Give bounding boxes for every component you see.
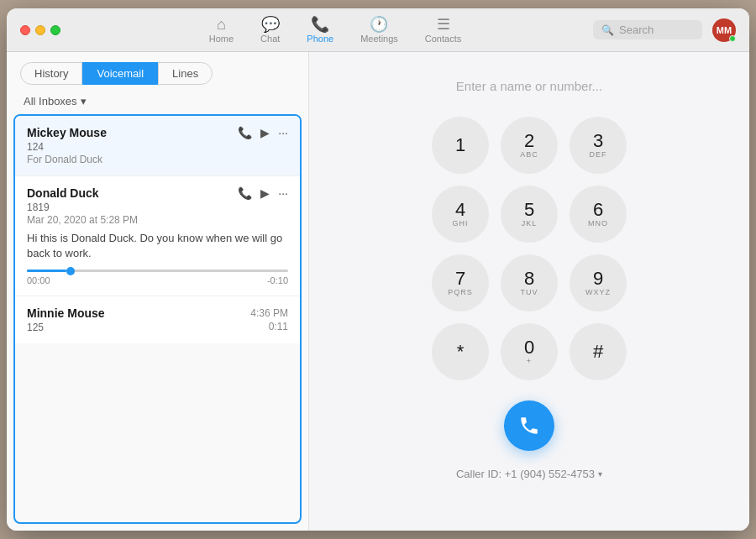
dialer-input-label[interactable]: Enter a name or number...	[456, 79, 602, 93]
dial-num-1: 1	[455, 136, 465, 154]
nav-label-contacts: Contacts	[425, 34, 461, 44]
dial-btn-*[interactable]: *	[432, 323, 489, 380]
more-icon-2[interactable]: ···	[278, 186, 288, 200]
dial-sub-2: ABC	[520, 151, 538, 159]
dial-sub-8: TUV	[521, 289, 538, 296]
chevron-down-icon: ▾	[81, 95, 87, 107]
vm-for-1: For Donald Duck	[27, 154, 288, 165]
dial-btn-9[interactable]: 9WXYZ	[570, 254, 627, 311]
vm-number-1: 124	[27, 141, 288, 153]
nav-item-chat[interactable]: 💬 Chat	[260, 17, 280, 44]
maximize-button[interactable]	[50, 25, 60, 35]
progress-times-2: 00:00 -0:10	[27, 275, 288, 285]
progress-fill-2	[27, 270, 66, 272]
nav-item-meetings[interactable]: 🕐 Meetings	[360, 17, 398, 44]
dial-sub-7: PQRS	[448, 289, 473, 296]
minimize-button[interactable]	[35, 25, 45, 35]
dial-sub-3: DEF	[590, 151, 607, 159]
vm-number-2: 1819	[27, 201, 288, 213]
close-button[interactable]	[20, 25, 30, 35]
progress-dot-2	[66, 267, 75, 275]
dial-sub-9: WXYZ	[585, 289, 611, 296]
vm-time-dur-3: 4:36 PM	[250, 307, 288, 319]
vm-item-3[interactable]: Minnie Mouse 4:36 PM 125 0:11	[15, 296, 300, 343]
avatar-initials: MM	[717, 25, 732, 35]
dial-num-6: 6	[593, 201, 603, 219]
nav-label-home: Home	[209, 34, 234, 44]
dial-btn-8[interactable]: 8TUV	[501, 254, 558, 311]
dial-btn-6[interactable]: 6MNO	[570, 186, 627, 243]
vm-name-1: Mickey Mouse	[27, 126, 107, 139]
dial-num-5: 5	[524, 201, 534, 219]
dial-btn-2[interactable]: 2ABC	[501, 117, 558, 174]
dial-btn-0[interactable]: 0+	[501, 323, 558, 380]
vm-number-3: 125	[27, 322, 44, 333]
dial-btn-5[interactable]: 5JKL	[501, 186, 558, 243]
call-back-icon-2[interactable]: 📞	[238, 186, 252, 200]
tab-history[interactable]: History	[20, 62, 82, 85]
vm-num-dur-row: 125 0:11	[27, 320, 288, 333]
progress-track-2	[27, 270, 288, 272]
nav-item-contacts[interactable]: ☰ Contacts	[425, 17, 461, 44]
dial-num-3: 3	[593, 132, 603, 150]
nav-item-phone[interactable]: 📞 Phone	[307, 17, 333, 44]
dial-btn-4[interactable]: 4GHI	[432, 186, 489, 243]
traffic-lights	[20, 25, 60, 35]
dial-num-8: 8	[524, 270, 534, 288]
vm-date-2: Mar 20, 2020 at 5:28 PM	[27, 214, 288, 226]
avatar[interactable]: MM	[712, 18, 736, 42]
left-panel: History Voicemail Lines All Inboxes ▾ Mi…	[7, 52, 309, 531]
nav-label-meetings: Meetings	[360, 34, 398, 44]
main-content: History Voicemail Lines All Inboxes ▾ Mi…	[7, 52, 749, 531]
avatar-status-dot	[729, 35, 736, 42]
play-icon-2[interactable]: ▶	[260, 186, 270, 200]
home-icon: ⌂	[217, 17, 226, 32]
dial-num-*: *	[457, 343, 465, 361]
dial-num-2: 2	[524, 132, 534, 150]
dial-btn-#[interactable]: #	[570, 323, 627, 380]
vm-name-2: Donald Duck	[27, 186, 99, 200]
progress-current-2: 00:00	[27, 275, 50, 285]
inbox-filter-label: All Inboxes	[24, 95, 77, 107]
dial-btn-1[interactable]: 1	[432, 117, 489, 174]
inbox-filter[interactable]: All Inboxes ▾	[7, 92, 308, 114]
tab-voicemail[interactable]: Voicemail	[82, 62, 158, 85]
dial-sub-0: +	[527, 358, 532, 365]
contacts-icon: ☰	[437, 17, 450, 32]
search-bar[interactable]: 🔍 Search	[593, 20, 702, 39]
dial-sub-4: GHI	[452, 220, 468, 228]
voicemail-list: Mickey Mouse 📞 ▶ ··· 124 For Donald Duck…	[13, 114, 302, 524]
dial-num-0: 0	[524, 338, 534, 357]
dial-btn-7[interactable]: 7PQRS	[432, 254, 489, 311]
right-panel: Enter a name or number... 12ABC3DEF4GHI5…	[309, 52, 749, 531]
caller-id-label: Caller ID: +1 (904) 552-4753	[456, 468, 595, 480]
search-placeholder: Search	[619, 24, 654, 36]
nav-label-chat: Chat	[260, 34, 280, 44]
tab-lines[interactable]: Lines	[158, 62, 213, 85]
meetings-icon: 🕐	[370, 17, 388, 32]
dial-btn-3[interactable]: 3DEF	[570, 117, 627, 174]
tab-bar: History Voicemail Lines	[7, 52, 308, 92]
phone-call-icon	[518, 415, 540, 437]
vm-item-2[interactable]: Donald Duck 📞 ▶ ··· 1819 Mar 20, 2020 at…	[15, 176, 300, 296]
dial-sub-5: JKL	[522, 220, 538, 228]
progress-bar-2[interactable]: 00:00 -0:10	[27, 270, 288, 285]
chat-icon: 💬	[261, 17, 280, 32]
more-icon-1[interactable]: ···	[278, 126, 288, 139]
vm-controls-2: 📞 ▶ ···	[238, 186, 288, 200]
search-icon: 🔍	[601, 24, 614, 36]
nav-item-home[interactable]: ⌂ Home	[209, 17, 234, 44]
caller-id[interactable]: Caller ID: +1 (904) 552-4753 ▾	[456, 468, 602, 480]
vm-item-1[interactable]: Mickey Mouse 📞 ▶ ··· 124 For Donald Duck	[15, 116, 300, 176]
vm-transcript-2: Hi this is Donald Duck. Do you know when…	[27, 231, 288, 261]
vm-header-1: Mickey Mouse 📞 ▶ ···	[27, 126, 288, 139]
play-icon-1[interactable]: ▶	[260, 126, 270, 139]
dial-num-4: 4	[455, 201, 465, 219]
call-button[interactable]	[504, 400, 554, 451]
vm-controls-1: 📞 ▶ ···	[238, 126, 288, 139]
dial-num-#: #	[593, 343, 603, 361]
dial-num-7: 7	[455, 270, 465, 288]
dial-sub-6: MNO	[588, 220, 608, 228]
call-back-icon-1[interactable]: 📞	[238, 126, 252, 139]
phone-icon: 📞	[311, 17, 329, 32]
